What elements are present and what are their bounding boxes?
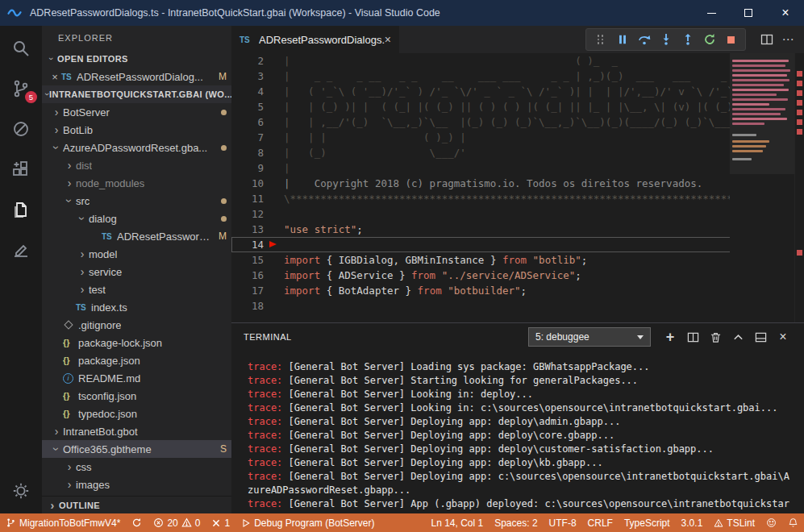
open-editors-header[interactable]: › OPEN EDITORS xyxy=(42,50,231,68)
line-number[interactable]: 13 xyxy=(231,222,264,237)
search-view-button[interactable] xyxy=(10,37,32,60)
open-editor-item[interactable]: × TS ADResetPasswordDialog... M xyxy=(42,68,231,85)
step-over-button[interactable] xyxy=(633,29,655,50)
edit-view-button[interactable] xyxy=(10,239,32,261)
workspace-section-header[interactable]: › INTRANETBOTQUICKSTART.GBAI (WO... xyxy=(42,85,231,103)
tasks-item[interactable]: 1 xyxy=(206,513,235,532)
line-number[interactable]: 14 xyxy=(231,237,264,252)
restart-button[interactable] xyxy=(698,29,720,50)
line-number[interactable]: 6 xyxy=(231,114,264,130)
line-number[interactable]: 9 xyxy=(231,160,264,176)
explorer-view-button[interactable] xyxy=(10,198,32,221)
notifications-item[interactable] xyxy=(782,513,804,532)
line-number[interactable]: 5 xyxy=(231,99,264,114)
line-number[interactable]: 16 xyxy=(231,268,264,283)
maximize-button[interactable] xyxy=(730,0,767,26)
line-number[interactable]: 18 xyxy=(231,298,264,314)
feedback-item[interactable] xyxy=(760,513,782,532)
step-out-button[interactable] xyxy=(677,29,698,50)
minimize-button[interactable] xyxy=(693,0,730,26)
tree-item-dist[interactable]: ›dist xyxy=(42,156,231,174)
split-editor-button[interactable] xyxy=(756,29,777,50)
tree-item-test[interactable]: ›test xyxy=(42,281,231,298)
cursor-position-item[interactable]: Ln 14, Col 1 xyxy=(425,513,489,532)
maximize-panel-button[interactable] xyxy=(727,326,749,348)
indentation-item[interactable]: Spaces: 2 xyxy=(489,513,543,532)
tree-item-model[interactable]: ›model xyxy=(42,245,231,263)
kill-terminal-button[interactable] xyxy=(704,326,727,348)
tree-item-node-modules[interactable]: ›node_modules xyxy=(42,174,231,192)
encoding-item[interactable]: UTF-8 xyxy=(544,513,582,532)
line-number[interactable]: 17 xyxy=(231,283,264,298)
tree-item-images[interactable]: ›images xyxy=(42,476,231,493)
line-number[interactable]: 10 xyxy=(231,176,264,191)
code-line-2: 2| ( )_ _ | xyxy=(231,53,804,69)
source-control-view-button[interactable]: 5 xyxy=(10,77,32,100)
terminal-select-value: 5: debuggee xyxy=(535,331,589,343)
line-number[interactable]: 7 xyxy=(231,130,264,145)
tree-item-adresetpassworddial-[interactable]: ›TSADResetPasswordDial...M xyxy=(42,227,231,245)
tree-item-azureadpasswordreset-gba-[interactable]: ›AzureADPasswordReset.gba... xyxy=(42,139,231,156)
eol-item[interactable]: CRLF xyxy=(582,513,619,532)
tree-item-tsconfig-json[interactable]: ›{}tsconfig.json xyxy=(42,387,231,405)
toggle-panel-button[interactable] xyxy=(749,326,772,348)
json-file-icon: {} xyxy=(63,391,78,401)
pause-button[interactable] xyxy=(611,29,633,50)
tab-close-icon[interactable]: × xyxy=(385,33,391,46)
extensions-view-button[interactable] xyxy=(10,158,32,181)
tree-item-botserver[interactable]: ›BotServer xyxy=(42,103,231,121)
overview-ruler[interactable] xyxy=(794,53,804,322)
tree-item-office365-gbtheme[interactable]: ›Office365.gbthemeS xyxy=(42,440,231,458)
problems-item[interactable]: 20 0 xyxy=(148,513,206,532)
language-item[interactable]: TypeScript xyxy=(619,513,676,532)
code-line-7: 7| | | ( )_) | | xyxy=(231,130,804,145)
tree-item--gitignore[interactable]: ›.gitignore xyxy=(42,316,231,334)
line-number[interactable]: 2 xyxy=(231,53,264,69)
step-into-button[interactable] xyxy=(655,29,677,50)
more-actions-button[interactable]: ⋯ xyxy=(777,29,799,50)
line-number[interactable]: 3 xyxy=(231,69,264,84)
tree-item-intranetbot-gbot[interactable]: ›IntranetBot.gbot xyxy=(42,422,231,440)
close-panel-button[interactable]: × xyxy=(772,326,794,348)
tree-item-index-ts[interactable]: ›TSindex.ts xyxy=(42,298,231,316)
close-button[interactable]: × xyxy=(767,0,804,26)
line-number[interactable]: 4 xyxy=(231,84,264,99)
stop-button[interactable] xyxy=(720,29,742,50)
line-number[interactable]: 11 xyxy=(231,191,264,206)
terminal-tab[interactable]: TERMINAL xyxy=(244,332,292,342)
tree-item-botlib[interactable]: ›BotLib xyxy=(42,121,231,139)
tree-item-package-json[interactable]: ›{}package.json xyxy=(42,351,231,369)
terminal-line: trace: [General Bot Server] Deploying ap… xyxy=(248,443,789,456)
tree-item-package-lock-json[interactable]: ›{}package-lock.json xyxy=(42,334,231,351)
tree-item-css[interactable]: ›css xyxy=(42,458,231,476)
tslint-item[interactable]: TSLint xyxy=(708,513,760,532)
debug-toolbar xyxy=(585,28,746,51)
ts-version-item[interactable]: 3.0.1 xyxy=(676,513,709,532)
terminal-select[interactable]: 5: debuggee xyxy=(528,327,651,347)
line-number[interactable]: 15 xyxy=(231,252,264,268)
toolbar-drag-handle[interactable] xyxy=(589,29,611,50)
terminal-output[interactable]: trace: [General Bot Server] Loading sys … xyxy=(231,351,804,513)
tree-item-typedoc-json[interactable]: ›{}typedoc.json xyxy=(42,405,231,422)
debug-view-button[interactable] xyxy=(10,118,32,140)
tree-item-service[interactable]: ›service xyxy=(42,263,231,281)
code-line-17: 17import { BotAdapter } from "botbuilder… xyxy=(231,283,804,298)
sync-item[interactable] xyxy=(126,513,148,532)
split-terminal-button[interactable] xyxy=(681,326,704,348)
line-number[interactable]: 8 xyxy=(231,145,264,160)
tree-item-readme-md[interactable]: ›iREADME.md xyxy=(42,369,231,387)
code-text: | ( '_`\ ( '__)/'_` ) /'_ `\/' _ ` _ `\ … xyxy=(284,84,764,99)
new-terminal-button[interactable]: + xyxy=(659,326,681,348)
tab-adresetpassworddialogs[interactable]: TS ADResetPasswordDialogs.ts × xyxy=(231,26,399,53)
line-number[interactable]: 12 xyxy=(231,206,264,222)
terminal-text: [General Bot Server] Loading sys package… xyxy=(282,361,649,372)
code-editor[interactable]: 2| ( )_ _ |3| _ _ _ __ _ _ __ ___ ___ _ … xyxy=(231,53,804,322)
close-editor-icon[interactable]: × xyxy=(48,71,61,83)
git-branch-item[interactable]: MigrationToBotFmwV4* xyxy=(0,513,126,532)
debug-status-item[interactable]: Debug Program (BotServer) xyxy=(235,513,380,532)
tree-item-dialog[interactable]: ›dialog xyxy=(42,210,231,227)
settings-button[interactable] xyxy=(10,480,32,502)
tree-item-src[interactable]: ›src xyxy=(42,192,231,210)
minimap[interactable] xyxy=(730,53,794,322)
outline-section-header[interactable]: › OUTLINE xyxy=(42,496,231,513)
